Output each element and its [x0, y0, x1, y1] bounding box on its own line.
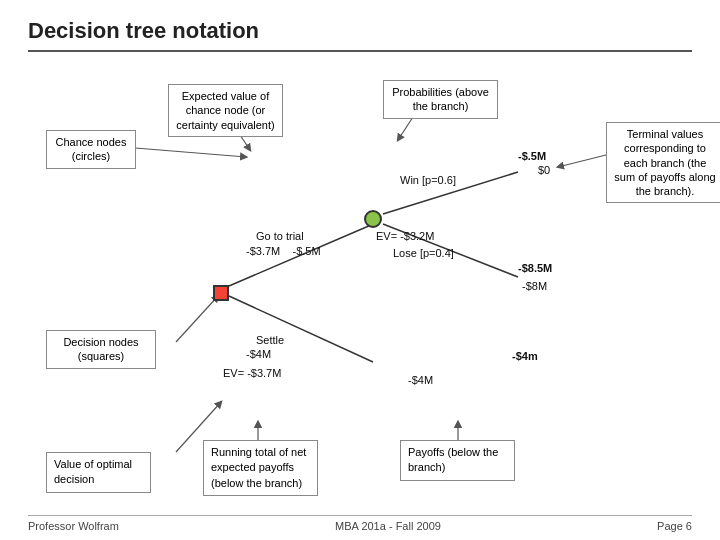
chance-node: [364, 210, 382, 228]
trial-cost-label: -$3.7M -$.5M: [246, 245, 321, 257]
terminal-values-label: Terminal values corresponding to each br…: [606, 122, 720, 203]
footer-right: Page 6: [657, 520, 692, 532]
lose-prob-label: Lose [p=0.4]: [393, 247, 454, 259]
decision-nodes-label: Decision nodes (squares): [46, 330, 156, 369]
settle-terminal-label: -$4m: [512, 350, 538, 362]
title-divider: [28, 50, 692, 52]
svg-line-2: [398, 117, 413, 140]
decision-node: [213, 285, 229, 301]
probabilities-label: Probabilities (above the branch): [383, 80, 498, 119]
footer: Professor Wolfram MBA 201a - Fall 2009 P…: [28, 515, 692, 532]
lose-terminal-label: -$8.5M: [518, 262, 552, 274]
settle-label: Settle: [256, 334, 284, 346]
win-prob-label: Win [p=0.6]: [400, 174, 456, 186]
win-terminal-label: -$.5M: [518, 150, 546, 162]
settle-ev-label: -$4M: [246, 348, 271, 360]
running-total-box: Running total of net expected payoffs (b…: [203, 440, 318, 496]
footer-center: MBA 201a - Fall 2009: [335, 520, 441, 532]
svg-line-4: [176, 296, 218, 342]
slide: Decision tree notation: [0, 0, 720, 540]
diagram-area: Chance nodes (circles) Expected value of…: [28, 62, 692, 462]
value-optimal-box: Value of optimal decision: [46, 452, 151, 493]
settle-payoff-label: -$4M: [408, 374, 433, 386]
page-title: Decision tree notation: [28, 18, 692, 44]
diagram-svg: [28, 62, 692, 462]
ev-circle-label: EV= -$3.2M: [376, 230, 434, 242]
ev-square-label: EV= -$3.7M: [223, 367, 281, 379]
win-payoff-label: $0: [538, 164, 550, 176]
footer-left: Professor Wolfram: [28, 520, 119, 532]
go-to-trial-label: Go to trial: [256, 230, 304, 242]
chance-nodes-label: Chance nodes (circles): [46, 130, 136, 169]
lose-payoff-label: -$8M: [522, 280, 547, 292]
expected-value-label: Expected value of chance node (or certai…: [168, 84, 283, 137]
svg-line-0: [123, 147, 246, 157]
payoffs-box: Payoffs (below the branch): [400, 440, 515, 481]
